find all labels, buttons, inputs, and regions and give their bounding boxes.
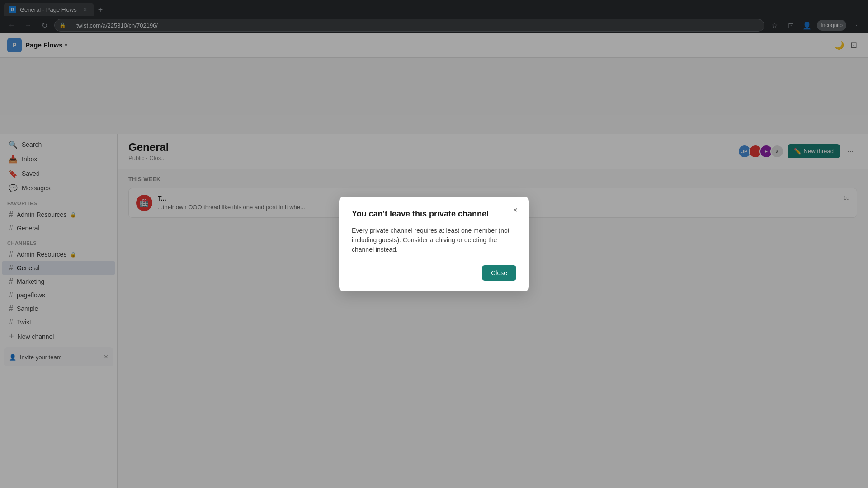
modal-body: Every private channel requires at least … (352, 226, 516, 254)
modal-dialog: You can't leave this private channel × E… (339, 197, 529, 291)
modal-close-x-icon[interactable]: × (509, 204, 522, 216)
modal-close-button[interactable]: Close (482, 265, 516, 281)
modal-title: You can't leave this private channel (352, 209, 516, 219)
modal-overlay: You can't leave this private channel × E… (0, 0, 868, 488)
modal-footer: Close (352, 265, 516, 281)
